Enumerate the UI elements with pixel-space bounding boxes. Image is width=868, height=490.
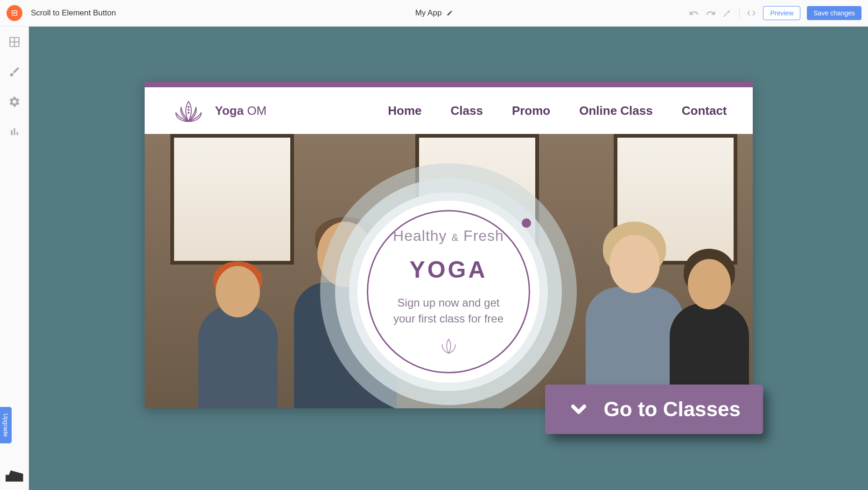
hero-subtitle: Healthy & Fresh [393,227,504,245]
element-name-label: Scroll to Element Button [31,8,116,18]
undo-icon[interactable] [689,8,699,18]
app-logo[interactable] [7,5,22,21]
gear-icon[interactable] [8,96,21,108]
save-button[interactable]: Save changes [807,6,861,20]
hero-tagline: Sign up now and get your first class for… [393,295,504,326]
upgrade-button[interactable]: Upgrade [0,407,12,443]
site-preview: Yoga OM Home Class Promo Online Class Co… [145,82,753,408]
edit-app-name-icon[interactable] [446,10,453,16]
nav-home[interactable]: Home [388,104,421,118]
lotus-small-icon [436,335,462,356]
preview-button[interactable]: Preview [763,6,800,20]
nav-online-class[interactable]: Online Class [579,104,653,118]
brand-name: Yoga OM [215,104,267,118]
hero-title: YOGA [409,256,487,283]
brush-icon[interactable] [8,66,21,78]
divider [739,8,740,18]
hero-image: Healthy & Fresh YOGA Sign up now and get… [145,134,753,408]
chevron-down-icon [567,398,590,420]
hammer-icon[interactable] [722,8,733,18]
app-name-label[interactable]: My App [415,8,442,18]
svg-point-5 [188,109,189,110]
canvas[interactable]: Yoga OM Home Class Promo Online Class Co… [29,27,868,490]
cta-label: Go to Classes [604,398,741,421]
code-icon[interactable] [746,8,756,18]
svg-point-6 [188,112,189,113]
nav-promo[interactable]: Promo [512,104,550,118]
grid-icon[interactable] [8,36,21,48]
nav-class[interactable]: Class [450,104,483,118]
svg-point-4 [188,106,189,107]
nav-contact[interactable]: Contact [682,104,727,118]
chart-icon[interactable] [8,126,21,138]
redo-icon[interactable] [706,8,716,18]
go-to-classes-button[interactable]: Go to Classes [545,385,763,434]
lotus-logo-icon [170,95,207,126]
accent-bar [145,82,753,87]
build-icon[interactable] [6,470,23,482]
